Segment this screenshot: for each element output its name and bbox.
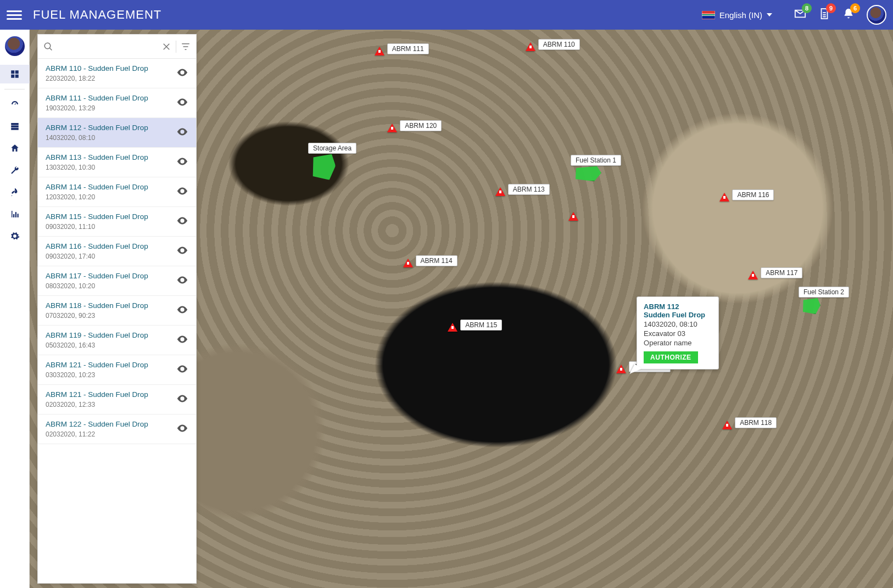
marker-label[interactable]: ABRM 110 xyxy=(538,39,580,50)
nav-dashboard[interactable] xyxy=(0,65,30,83)
alert-row[interactable]: ABRM 111 - Sudden Fuel Drop19032020, 13:… xyxy=(38,88,196,118)
alert-time: 05032020, 16:43 xyxy=(46,341,148,349)
eye-icon[interactable] xyxy=(176,155,188,170)
eye-icon[interactable] xyxy=(176,126,188,140)
alert-title: ABRM 111 - Sudden Fuel Drop xyxy=(46,94,148,102)
alert-time: 09032020, 11:10 xyxy=(46,223,148,231)
alert-row[interactable]: ABRM 122 - Sudden Fuel Drop02032020, 11:… xyxy=(38,415,196,444)
alert-row[interactable]: ABRM 114 - Sudden Fuel Drop12032020, 10:… xyxy=(38,177,196,207)
marker-popup: ABRM 112Sudden Fuel Drop14032020, 08:10E… xyxy=(637,296,719,369)
alert-time: 22032020, 18:22 xyxy=(46,75,148,82)
eye-icon[interactable] xyxy=(176,185,188,199)
alert-title: ABRM 116 - Sudden Fuel Drop xyxy=(46,242,148,250)
marker-label[interactable]: ABRM 117 xyxy=(761,267,802,278)
bell-badge: 6 xyxy=(850,3,860,13)
marker-label[interactable]: ABRM 111 xyxy=(387,43,429,54)
popup-time: 14032020, 08:10 xyxy=(644,320,712,328)
alert-marker-icon[interactable] xyxy=(526,42,535,51)
alert-marker-icon[interactable] xyxy=(568,212,578,221)
marker-label[interactable]: ABRM 115 xyxy=(460,320,502,331)
map-area[interactable]: ABRM 110ABRM 111ABRM 120ABRM 113ABRM 116… xyxy=(30,30,893,588)
alert-list[interactable]: ABRM 110 - Sudden Fuel Drop22032020, 18:… xyxy=(38,59,196,583)
nav-settings[interactable] xyxy=(0,227,30,245)
eye-icon[interactable] xyxy=(176,363,188,377)
alert-row[interactable]: ABRM 110 - Sudden Fuel Drop22032020, 18:… xyxy=(38,59,196,88)
alert-title: ABRM 110 - Sudden Fuel Drop xyxy=(46,64,148,72)
flag-icon xyxy=(702,10,715,19)
eye-icon[interactable] xyxy=(176,274,188,288)
zone-label[interactable]: Fuel Station 1 xyxy=(571,155,621,166)
document-badge: 9 xyxy=(826,3,836,13)
filter-icon[interactable] xyxy=(181,42,191,52)
eye-icon[interactable] xyxy=(176,393,188,407)
alert-row[interactable]: ABRM 121 - Sudden Fuel Drop02032020, 12:… xyxy=(38,385,196,415)
bell-icon[interactable]: 6 xyxy=(842,8,855,22)
eye-icon[interactable] xyxy=(176,333,188,348)
alert-time: 07032020, 90:23 xyxy=(46,312,148,320)
nav-chart[interactable] xyxy=(0,205,30,223)
nav-wrench[interactable] xyxy=(0,161,30,180)
nav-home[interactable] xyxy=(0,139,30,158)
alerts-panel: ABRM 110 - Sudden Fuel Drop22032020, 18:… xyxy=(37,34,197,584)
language-selector[interactable]: English (IN) xyxy=(702,10,772,20)
search-input[interactable] xyxy=(58,42,157,51)
alert-title: ABRM 115 - Sudden Fuel Drop xyxy=(46,212,148,221)
alert-row[interactable]: ABRM 118 - Sudden Fuel Drop07032020, 90:… xyxy=(38,296,196,326)
alert-title: ABRM 112 - Sudden Fuel Drop xyxy=(46,124,148,132)
alert-title: ABRM 121 - Sudden Fuel Drop xyxy=(46,361,148,369)
authorize-button[interactable]: AUTHORIZE xyxy=(644,351,698,363)
eye-icon[interactable] xyxy=(176,422,188,436)
alert-row[interactable]: ABRM 121 - Sudden Fuel Drop03032020, 10:… xyxy=(38,355,196,385)
menu-icon[interactable] xyxy=(7,7,22,23)
alert-row[interactable]: ABRM 116 - Sudden Fuel Drop09032020, 17:… xyxy=(38,237,196,266)
popup-operator: Operator name xyxy=(644,339,712,347)
alert-row[interactable]: ABRM 115 - Sudden Fuel Drop09032020, 11:… xyxy=(38,207,196,237)
alert-marker-icon[interactable] xyxy=(495,187,505,196)
avatar-side[interactable] xyxy=(4,35,26,57)
marker-label[interactable]: ABRM 113 xyxy=(508,184,550,195)
alert-marker-icon[interactable] xyxy=(403,259,413,267)
clear-icon[interactable] xyxy=(161,42,171,52)
popup-equipment: Excavator 03 xyxy=(644,329,712,338)
marker-label[interactable]: ABRM 116 xyxy=(732,189,774,200)
alert-row[interactable]: ABRM 112 - Sudden Fuel Drop14032020, 08:… xyxy=(38,118,196,148)
marker-label[interactable]: ABRM 120 xyxy=(400,120,442,131)
alert-row[interactable]: ABRM 119 - Sudden Fuel Drop05032020, 16:… xyxy=(38,326,196,355)
alert-title: ABRM 119 - Sudden Fuel Drop xyxy=(46,331,148,339)
nav-rail xyxy=(0,30,30,588)
eye-icon[interactable] xyxy=(176,244,188,259)
alert-time: 08032020, 10:20 xyxy=(46,282,148,290)
mail-icon[interactable]: 8 xyxy=(794,8,806,22)
zone-label[interactable]: Storage Area xyxy=(308,143,356,154)
alert-row[interactable]: ABRM 117 - Sudden Fuel Drop08032020, 10:… xyxy=(38,266,196,296)
avatar[interactable] xyxy=(867,5,886,25)
alert-time: 14032020, 08:10 xyxy=(46,134,148,142)
nav-server[interactable] xyxy=(0,117,30,136)
nav-rocket[interactable] xyxy=(0,183,30,201)
alert-row[interactable]: ABRM 113 - Sudden Fuel Drop13032020, 10:… xyxy=(38,148,196,177)
alert-marker-icon[interactable] xyxy=(719,193,729,201)
eye-icon[interactable] xyxy=(176,66,188,81)
alert-marker-icon[interactable] xyxy=(387,124,397,132)
document-icon[interactable]: 9 xyxy=(818,8,830,22)
nav-gauge[interactable] xyxy=(0,95,30,114)
alert-time: 02032020, 11:22 xyxy=(46,430,148,438)
alert-marker-icon[interactable] xyxy=(616,365,626,373)
page-title: FUEL MANAGEMENT xyxy=(33,8,161,22)
eye-icon[interactable] xyxy=(176,304,188,318)
alert-time: 13032020, 10:30 xyxy=(46,164,148,171)
alert-title: ABRM 122 - Sudden Fuel Drop xyxy=(46,420,148,428)
alert-title: ABRM 118 - Sudden Fuel Drop xyxy=(46,301,148,310)
zone-label[interactable]: Fuel Station 2 xyxy=(799,287,849,298)
eye-icon[interactable] xyxy=(176,96,188,110)
alert-marker-icon[interactable] xyxy=(448,323,457,332)
alert-marker-icon[interactable] xyxy=(375,47,384,55)
marker-label[interactable]: ABRM 114 xyxy=(416,255,457,266)
eye-icon[interactable] xyxy=(176,215,188,229)
alert-marker-icon[interactable] xyxy=(722,421,732,429)
panel-search-row xyxy=(38,35,196,59)
search-icon[interactable] xyxy=(43,42,53,52)
alert-time: 02032020, 12:33 xyxy=(46,401,148,408)
marker-label[interactable]: ABRM 118 xyxy=(735,417,777,428)
alert-marker-icon[interactable] xyxy=(748,271,758,279)
